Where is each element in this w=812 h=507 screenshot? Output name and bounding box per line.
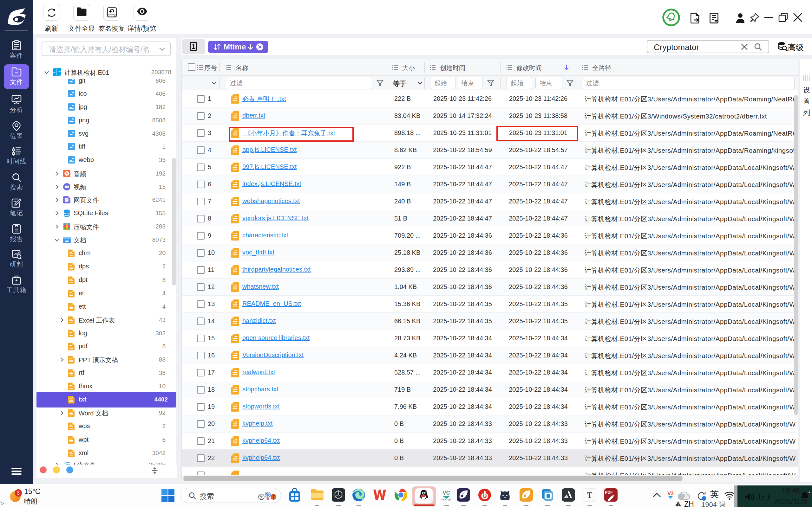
svg-text:VC: VC bbox=[443, 490, 450, 496]
svg-text:e: e bbox=[66, 198, 68, 202]
svg-text:V3: V3 bbox=[667, 491, 674, 496]
svg-text:T: T bbox=[587, 491, 592, 500]
svg-text:VeraCrypt: VeraCrypt bbox=[441, 498, 451, 501]
svg-text:PDF: PDF bbox=[605, 490, 613, 495]
